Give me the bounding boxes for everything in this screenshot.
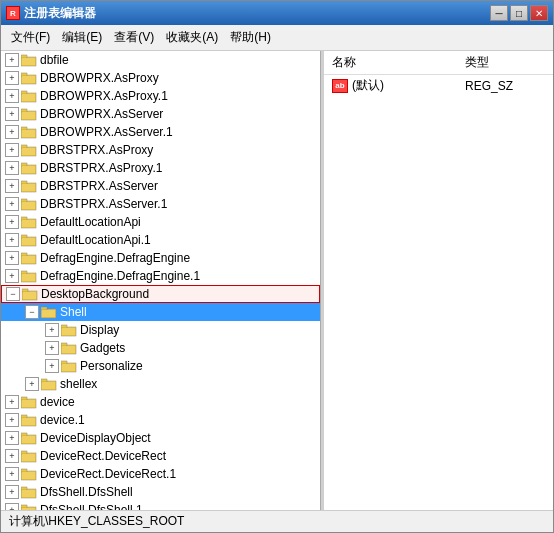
expand-button[interactable]: + [5, 161, 19, 175]
tree-item-label: Gadgets [80, 341, 125, 355]
menu-item-a[interactable]: 收藏夹(A) [160, 27, 224, 48]
folder-icon [61, 342, 77, 355]
tree-row[interactable]: + Gadgets [1, 339, 320, 357]
tree-row[interactable]: + DeviceRect.DeviceRect [1, 447, 320, 465]
window-title: 注册表编辑器 [24, 5, 96, 22]
svg-rect-71 [22, 472, 35, 479]
expand-button[interactable]: + [5, 485, 19, 499]
folder-icon [21, 216, 37, 229]
minimize-button[interactable]: ─ [490, 5, 508, 21]
tree-row[interactable]: + DefaultLocationApi [1, 213, 320, 231]
tree-item-label: DesktopBackground [41, 287, 149, 301]
expand-button[interactable]: + [5, 503, 19, 510]
tree-row[interactable]: + DBROWPRX.AsProxy.1 [1, 87, 320, 105]
svg-rect-62 [22, 418, 35, 425]
folder-icon [21, 504, 37, 511]
expand-button[interactable]: + [5, 89, 19, 103]
expand-button[interactable]: + [5, 395, 19, 409]
svg-rect-2 [22, 58, 35, 65]
expand-button[interactable]: − [6, 287, 20, 301]
tree-row[interactable]: − DesktopBackground [1, 285, 320, 303]
svg-rect-65 [22, 436, 35, 443]
tree-row[interactable]: − Shell [1, 303, 320, 321]
expand-button[interactable]: + [5, 233, 19, 247]
menu-item-h[interactable]: 帮助(H) [224, 27, 277, 48]
tree-row[interactable]: + Personalize [1, 357, 320, 375]
svg-rect-61 [21, 415, 27, 418]
tree-row[interactable]: + dbfile [1, 51, 320, 69]
expand-button[interactable]: + [5, 413, 19, 427]
close-button[interactable]: ✕ [530, 5, 548, 21]
registry-values: 名称 类型 ab(默认)REG_SZ [324, 51, 553, 510]
tree-row[interactable]: + DBRSTPRX.AsServer.1 [1, 195, 320, 213]
svg-rect-8 [22, 94, 35, 101]
svg-rect-68 [22, 454, 35, 461]
svg-rect-11 [22, 112, 35, 119]
tree-row[interactable]: + DeviceRect.DeviceRect.1 [1, 465, 320, 483]
svg-rect-19 [21, 163, 27, 166]
menu-item-f[interactable]: 文件(F) [5, 27, 56, 48]
expand-button[interactable]: + [5, 197, 19, 211]
maximize-button[interactable]: □ [510, 5, 528, 21]
expand-button[interactable]: + [5, 125, 19, 139]
expand-button[interactable]: + [45, 341, 59, 355]
tree-row[interactable]: + DBRSTPRX.AsProxy [1, 141, 320, 159]
expand-button[interactable]: + [5, 143, 19, 157]
tree-row[interactable]: + Display [1, 321, 320, 339]
tree-row[interactable]: + DBROWPRX.AsServer.1 [1, 123, 320, 141]
tree-row[interactable]: + DefaultLocationApi.1 [1, 231, 320, 249]
folder-icon [21, 162, 37, 175]
col-name-header: 名称 [332, 54, 465, 71]
tree-item-label: shellex [60, 377, 97, 391]
tree-row[interactable]: + DBROWPRX.AsProxy [1, 69, 320, 87]
svg-rect-28 [21, 217, 27, 220]
main-window: R 注册表编辑器 ─ □ ✕ 文件(F)编辑(E)查看(V)收藏夹(A)帮助(H… [0, 0, 554, 533]
svg-rect-26 [22, 202, 35, 209]
svg-rect-58 [21, 397, 27, 400]
menu-item-v[interactable]: 查看(V) [108, 27, 160, 48]
svg-rect-14 [22, 130, 35, 137]
folder-icon [21, 468, 37, 481]
folder-icon [21, 270, 37, 283]
expand-button[interactable]: + [25, 377, 39, 391]
menu-item-e[interactable]: 编辑(E) [56, 27, 108, 48]
expand-button[interactable]: + [5, 179, 19, 193]
tree-row[interactable]: + device [1, 393, 320, 411]
expand-button[interactable]: + [5, 467, 19, 481]
svg-rect-1 [21, 55, 27, 58]
tree-row[interactable]: + DfsShell.DfsShell.1 [1, 501, 320, 510]
expand-button[interactable]: + [5, 107, 19, 121]
tree-row[interactable]: + DBRSTPRX.AsProxy.1 [1, 159, 320, 177]
tree-row[interactable]: + device.1 [1, 411, 320, 429]
svg-rect-43 [41, 307, 47, 310]
value-row[interactable]: ab(默认)REG_SZ [324, 75, 553, 96]
values-header: 名称 类型 [324, 51, 553, 75]
svg-rect-55 [41, 379, 47, 382]
tree-row[interactable]: + DBRSTPRX.AsServer [1, 177, 320, 195]
expand-button[interactable]: + [5, 251, 19, 265]
expand-button[interactable]: + [5, 431, 19, 445]
expand-button[interactable]: + [5, 449, 19, 463]
expand-button[interactable]: + [5, 269, 19, 283]
tree-row[interactable]: + DeviceDisplayObject [1, 429, 320, 447]
svg-rect-73 [21, 487, 27, 490]
tree-row[interactable]: + DfsShell.DfsShell [1, 483, 320, 501]
expand-button[interactable]: + [5, 215, 19, 229]
tree-row[interactable]: + DefragEngine.DefragEngine [1, 249, 320, 267]
expand-button[interactable]: + [45, 323, 59, 337]
expand-button[interactable]: + [45, 359, 59, 373]
tree-row[interactable]: + DefragEngine.DefragEngine.1 [1, 267, 320, 285]
folder-icon [21, 198, 37, 211]
expand-button[interactable]: − [25, 305, 39, 319]
expand-button[interactable]: + [5, 53, 19, 67]
folder-icon [21, 432, 37, 445]
tree-row[interactable]: + shellex [1, 375, 320, 393]
svg-rect-16 [21, 145, 27, 148]
folder-icon [21, 414, 37, 427]
status-text: 计算机\HKEY_CLASSES_ROOT [9, 513, 184, 530]
svg-rect-34 [21, 253, 27, 256]
registry-tree[interactable]: + dbfile+ DBROWPRX.AsProxy+ DBROWPRX.AsP… [1, 51, 321, 510]
expand-button[interactable]: + [5, 71, 19, 85]
tree-row[interactable]: + DBROWPRX.AsServer [1, 105, 320, 123]
tree-item-label: DefragEngine.DefragEngine [40, 251, 190, 265]
